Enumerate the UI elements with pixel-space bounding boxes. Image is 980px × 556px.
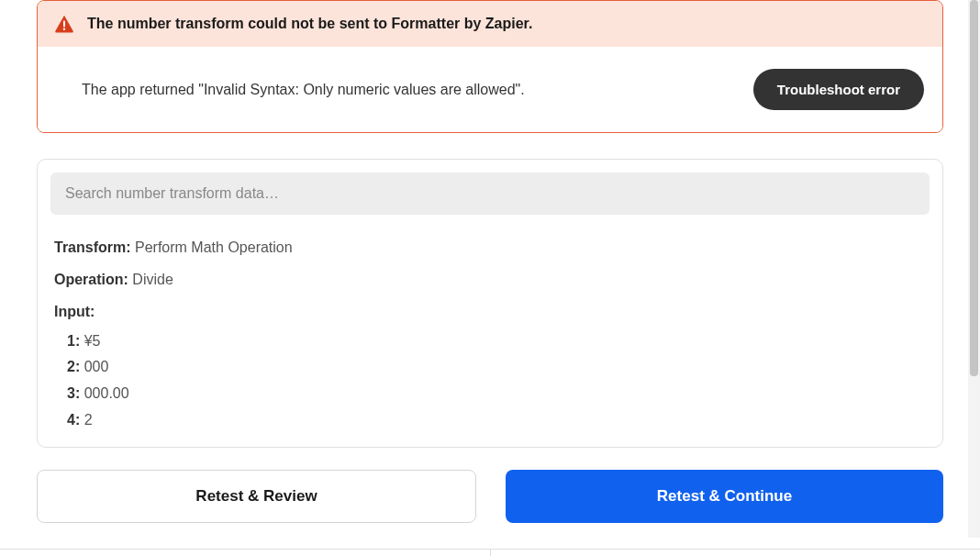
list-item: 1: ¥5: [67, 328, 930, 355]
scrollbar-thumb[interactable]: [970, 0, 978, 376]
input-value: 2: [80, 412, 92, 428]
error-header: The number transform could not be sent t…: [38, 1, 942, 47]
input-value: ¥5: [80, 333, 100, 349]
svg-rect-0: [63, 21, 65, 28]
scrollbar-track[interactable]: [968, 0, 980, 538]
footer-left: [0, 550, 491, 556]
input-number: 2:: [67, 359, 80, 374]
error-message: The app returned "Invalid Syntax: Only n…: [82, 82, 525, 98]
input-row: Input:: [50, 295, 930, 328]
data-panel: Transform: Perform Math Operation Operat…: [37, 159, 943, 448]
operation-value: Divide: [128, 272, 173, 287]
footer-divider: [0, 549, 980, 556]
input-value: 000.00: [80, 385, 128, 401]
footer-right: [491, 550, 981, 556]
list-item: 3: 000.00: [67, 381, 930, 407]
operation-row: Operation: Divide: [50, 263, 930, 295]
search-input[interactable]: [50, 172, 930, 215]
troubleshoot-button[interactable]: Troubleshoot error: [753, 69, 924, 110]
input-number: 1:: [67, 333, 80, 349]
operation-label: Operation:: [54, 272, 128, 287]
list-item: 2: 000: [67, 354, 930, 381]
input-number: 3:: [67, 385, 80, 401]
retest-continue-button[interactable]: Retest & Continue: [506, 470, 943, 523]
retest-review-button[interactable]: Retest & Review: [37, 470, 476, 523]
input-number: 4:: [67, 412, 80, 428]
button-row: Retest & Review Retest & Continue: [37, 470, 943, 523]
warning-icon: [54, 14, 74, 34]
transform-row: Transform: Perform Math Operation: [50, 231, 930, 263]
error-body: The app returned "Invalid Syntax: Only n…: [38, 47, 942, 132]
input-value: 000: [80, 359, 108, 374]
error-title: The number transform could not be sent t…: [87, 16, 532, 32]
transform-value: Perform Math Operation: [131, 239, 293, 255]
input-label: Input:: [54, 304, 95, 319]
input-list: 1: ¥5 2: 000 3: 000.00 4: 2: [50, 328, 930, 434]
transform-label: Transform:: [54, 239, 131, 255]
svg-point-1: [63, 28, 65, 30]
error-panel: The number transform could not be sent t…: [37, 0, 943, 133]
list-item: 4: 2: [67, 407, 930, 434]
